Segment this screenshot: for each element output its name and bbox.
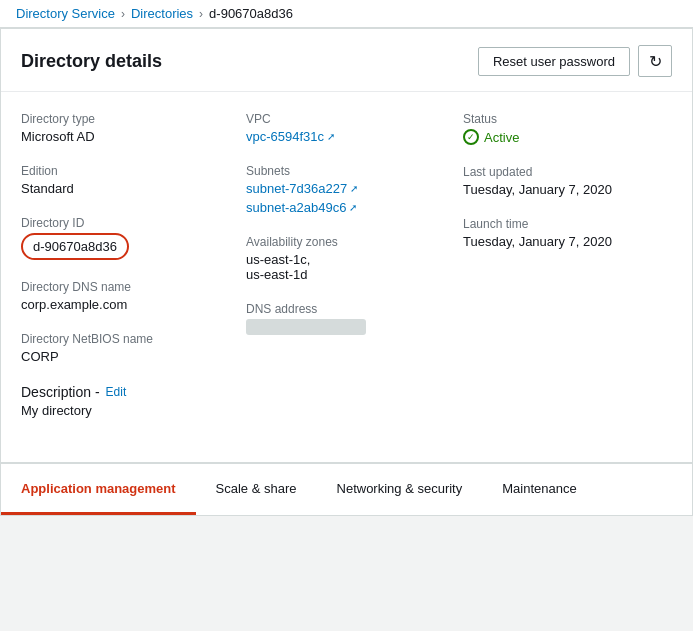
dns-address-value [246,319,431,335]
edition-value: Standard [21,181,214,196]
directory-type-value: Microsoft AD [21,129,214,144]
description-value: My directory [21,403,214,418]
vpc-external-icon: ➚ [327,131,335,142]
tab-networking-security[interactable]: Networking & security [317,463,483,515]
launch-time-value: Tuesday, January 7, 2020 [463,234,648,249]
description-label: Description - [21,384,100,400]
availability-zones-item: Availability zones us-east-1c, us-east-1… [246,235,431,282]
breadcrumb-sep-1: › [121,7,125,21]
breadcrumb-link-directories[interactable]: Directories [131,6,193,21]
subnet-1-external-icon: ➚ [350,183,358,194]
directory-type-item: Directory type Microsoft AD [21,112,214,144]
reset-user-password-button[interactable]: Reset user password [478,47,630,76]
header-actions: Reset user password ↻ [478,45,672,77]
detail-col-2: VPC vpc-6594f31c ➚ Subnets subnet-7d36a2… [238,112,455,438]
breadcrumb-sep-2: › [199,7,203,21]
edition-item: Edition Standard [21,164,214,196]
vpc-value: vpc-6594f31c ➚ [246,129,431,144]
detail-col-3: Status ✓ Active Last updated Tuesday, Ja… [455,112,672,438]
launch-time-item: Launch time Tuesday, January 7, 2020 [463,217,648,249]
main-content: Directory details Reset user password ↻ … [0,28,693,516]
status-check-icon: ✓ [463,129,479,145]
directory-id-value: d-90670a8d36 [21,233,129,260]
tab-application-management[interactable]: Application management [1,463,196,515]
directory-id-item: Directory ID d-90670a8d36 [21,216,214,260]
directory-netbios-value: CORP [21,349,214,364]
availability-zones-label: Availability zones [246,235,431,249]
status-item: Status ✓ Active [463,112,648,145]
description-item: Description - Edit My directory [21,384,214,418]
details-grid: Directory type Microsoft AD Edition Stan… [1,92,692,462]
directory-dns-name-label: Directory DNS name [21,280,214,294]
status-text: Active [484,130,519,145]
subnet-2-value: subnet-a2ab49c6 ➚ [246,200,431,215]
tab-maintenance[interactable]: Maintenance [482,463,596,515]
subnets-item: Subnets subnet-7d36a227 ➚ subnet-a2ab49c… [246,164,431,215]
subnets-label: Subnets [246,164,431,178]
directory-netbios-item: Directory NetBIOS name CORP [21,332,214,364]
vpc-label: VPC [246,112,431,126]
page-title: Directory details [21,51,162,72]
last-updated-label: Last updated [463,165,648,179]
refresh-icon: ↻ [649,52,662,71]
status-value: ✓ Active [463,129,648,145]
edition-label: Edition [21,164,214,178]
directory-dns-name-item: Directory DNS name corp.example.com [21,280,214,312]
breadcrumb-current: d-90670a8d36 [209,6,293,21]
last-updated-value: Tuesday, January 7, 2020 [463,182,648,197]
launch-time-label: Launch time [463,217,648,231]
dns-address-label: DNS address [246,302,431,316]
description-edit-link[interactable]: Edit [106,385,127,399]
detail-header: Directory details Reset user password ↻ [1,29,692,92]
dns-address-item: DNS address [246,302,431,335]
refresh-button[interactable]: ↻ [638,45,672,77]
status-label: Status [463,112,648,126]
vpc-item: VPC vpc-6594f31c ➚ [246,112,431,144]
subnet-1-value: subnet-7d36a227 ➚ [246,181,431,196]
detail-col-1: Directory type Microsoft AD Edition Stan… [21,112,238,438]
subnet-2-link[interactable]: subnet-a2ab49c6 ➚ [246,200,357,215]
directory-dns-name-value: corp.example.com [21,297,214,312]
dns-address-blurred [246,319,366,335]
breadcrumb: Directory Service › Directories › d-9067… [0,0,693,28]
directory-type-label: Directory type [21,112,214,126]
description-label-row: Description - Edit [21,384,214,400]
directory-id-label: Directory ID [21,216,214,230]
availability-zone-1-value: us-east-1c, [246,252,431,267]
last-updated-item: Last updated Tuesday, January 7, 2020 [463,165,648,197]
breadcrumb-link-directory-service[interactable]: Directory Service [16,6,115,21]
availability-zone-2-value: us-east-1d [246,267,431,282]
tab-scale-share[interactable]: Scale & share [196,463,317,515]
subnet-2-external-icon: ➚ [349,202,357,213]
directory-netbios-label: Directory NetBIOS name [21,332,214,346]
tabs-bar: Application management Scale & share Net… [1,463,692,515]
vpc-link[interactable]: vpc-6594f31c ➚ [246,129,335,144]
subnet-1-link[interactable]: subnet-7d36a227 ➚ [246,181,358,196]
